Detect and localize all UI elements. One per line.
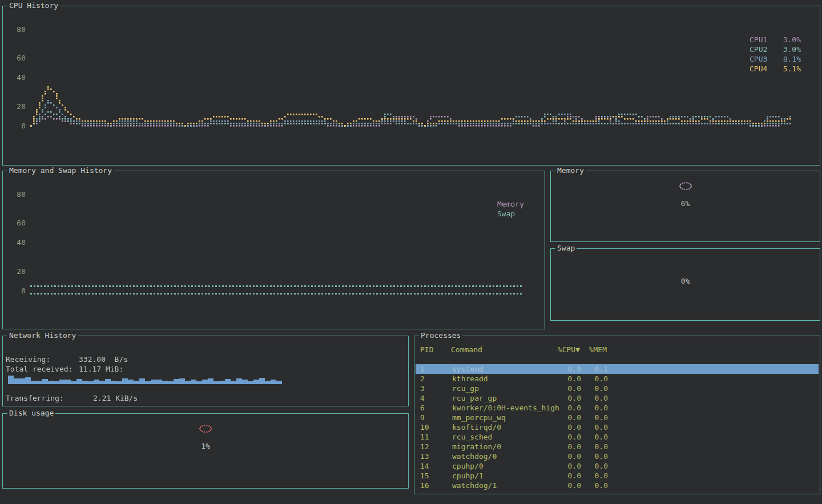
process-mem: 0.0 — [558, 374, 608, 384]
swap-panel: Swap 0% — [550, 248, 820, 321]
memswap-legend-item: Swap — [497, 209, 549, 219]
cpu-legend-value: 3.0% — [783, 35, 801, 45]
process-command: watchdog/1 — [452, 481, 497, 490]
process-mem: 0.0 — [558, 422, 608, 432]
process-row[interactable]: 14 cpuhp/0 0.0 0.0 — [416, 461, 819, 471]
process-command: rcu_gp — [452, 384, 479, 393]
cpu-legend: CPU1 3.0% CPU2 3.0% CPU3 8.1% CPU4 5.1% — [750, 35, 801, 74]
process-row[interactable]: 11 rcu_sched 0.0 0.0 — [416, 432, 819, 442]
process-row[interactable]: 4 rcu_par_gp 0.0 0.0 — [416, 393, 819, 403]
memswap-legend-name: Swap — [497, 209, 515, 219]
memory-gauge — [551, 181, 820, 193]
process-command: migration/0 — [452, 442, 501, 451]
process-table-body: 1 systemd 0.0 0.1 2 kthreadd 0.0 0.0 3 r… — [416, 364, 819, 490]
disk-percent: 1% — [3, 442, 408, 450]
processes-title: Processes — [419, 331, 462, 340]
cpu-legend-name: CPU3 — [750, 54, 767, 64]
process-row[interactable]: 6 kworker/0:0H-events_high 0.0 0.0 — [416, 403, 819, 413]
process-row[interactable]: 12 migration/0 0.0 0.0 — [416, 442, 819, 451]
memory-title: Memory — [555, 166, 586, 175]
process-row[interactable]: 10 ksoftirqd/0 0.0 0.0 — [416, 422, 819, 432]
process-command: cpuhp/1 — [452, 471, 483, 481]
cpu-ytick-60: 60 — [10, 54, 26, 62]
cpu-legend-name: CPU4 — [750, 64, 767, 74]
process-command: mm_percpu_wq — [452, 413, 506, 422]
memswap-ytick-80: 80 — [10, 190, 26, 199]
process-command: rcu_sched — [452, 432, 492, 442]
process-command: cpuhp/0 — [452, 461, 483, 471]
memory-swap-chart — [3, 171, 545, 329]
process-row[interactable]: 2 kthreadd 0.0 0.0 — [416, 374, 819, 384]
memswap-legend-name: Memory — [497, 199, 524, 209]
process-mem: 0.0 — [558, 442, 608, 451]
process-mem: 0.0 — [558, 471, 608, 481]
process-row[interactable]: 15 cpuhp/1 0.0 0.0 — [416, 471, 819, 481]
process-pid: 15 — [420, 471, 429, 481]
cpu-legend-value: 5.1% — [783, 64, 801, 74]
process-pid: 9 — [420, 413, 425, 422]
cpu-history-chart — [3, 6, 820, 165]
process-mem: 0.0 — [558, 413, 608, 422]
process-row[interactable]: 13 watchdog/0 0.0 0.0 — [416, 451, 819, 461]
memory-gauge-dots — [678, 181, 694, 191]
cpu-ytick-80: 80 — [10, 25, 26, 34]
process-pid: 3 — [420, 384, 425, 393]
process-command: systemd — [452, 364, 483, 374]
process-row[interactable]: 16 watchdog/1 0.0 0.0 — [416, 481, 819, 490]
receiving-label: Receiving: — [6, 355, 50, 364]
process-command: watchdog/0 — [452, 451, 497, 461]
cpu-legend-item: CPU4 5.1% — [750, 64, 801, 74]
process-mem: 0.1 — [558, 364, 608, 374]
transferring-value: 2.21 KiB/s — [93, 394, 138, 402]
header-pid[interactable]: PID — [420, 345, 433, 354]
system-monitor-screen: CPU History 80 60 40 20 0 CPU1 3.0% CPU2… — [0, 0, 822, 504]
transferring-label: Transferring: — [6, 394, 64, 402]
cpu-legend-name: CPU1 — [750, 35, 767, 45]
process-pid: 2 — [420, 374, 425, 384]
memory-percent: 6% — [551, 199, 820, 208]
memswap-ytick-0: 0 — [10, 287, 26, 295]
process-command: ksoftirqd/0 — [452, 422, 501, 432]
process-row[interactable]: 9 mm_percpu_wq 0.0 0.0 — [416, 413, 819, 422]
memswap-ytick-20: 20 — [10, 267, 26, 276]
process-row[interactable]: 1 systemd 0.0 0.1 — [416, 364, 819, 374]
process-pid: 4 — [420, 393, 425, 403]
memswap-ytick-60: 60 — [10, 219, 26, 227]
cpu-legend-item: CPU2 3.0% — [750, 45, 801, 54]
process-mem: 0.0 — [558, 384, 608, 393]
header-mem[interactable]: %MEM — [557, 345, 607, 354]
header-command[interactable]: Command — [451, 345, 482, 354]
memory-panel: Memory 6% — [550, 171, 820, 242]
memswap-ytick-40: 40 — [10, 238, 26, 247]
process-pid: 13 — [420, 451, 429, 461]
swap-percent: 0% — [551, 277, 820, 285]
total-received-value: 11.17 MiB: — [79, 365, 123, 373]
cpu-legend-item: CPU3 8.1% — [750, 54, 801, 64]
process-command: kthreadd — [452, 374, 488, 384]
disk-gauge-dots — [198, 424, 213, 434]
memswap-legend-item: Memory — [497, 199, 549, 209]
cpu-legend-value: 3.0% — [783, 45, 801, 54]
process-mem: 0.0 — [558, 393, 608, 403]
cpu-legend-value: 8.1% — [783, 54, 801, 64]
process-pid: 11 — [420, 432, 429, 442]
disk-gauge — [3, 424, 408, 436]
process-pid: 1 — [420, 364, 425, 374]
cpu-history-panel: CPU History 80 60 40 20 0 CPU1 3.0% CPU2… — [2, 6, 820, 166]
process-pid: 14 — [420, 461, 429, 471]
process-pid: 10 — [420, 422, 429, 432]
cpu-ytick-20: 20 — [10, 102, 26, 111]
process-pid: 12 — [420, 442, 429, 451]
process-mem: 0.0 — [558, 481, 608, 490]
process-row[interactable]: 3 rcu_gp 0.0 0.0 — [416, 384, 819, 393]
process-mem: 0.0 — [558, 432, 608, 442]
receiving-value: 332.00 B/s — [79, 355, 128, 364]
process-table-header: PID Command %CPU▼ %MEM — [414, 345, 820, 354]
network-history-panel: Network History Receiving: 332.00 B/s To… — [2, 336, 409, 406]
processes-panel: Processes PID Command %CPU▼ %MEM 1 syste… — [414, 336, 820, 494]
cpu-legend-name: CPU2 — [750, 45, 767, 54]
cpu-ytick-0: 0 — [10, 122, 26, 130]
disk-usage-title: Disk usage — [7, 409, 55, 417]
total-received-label: Total received: — [6, 365, 72, 373]
process-mem: 0.0 — [558, 403, 608, 413]
